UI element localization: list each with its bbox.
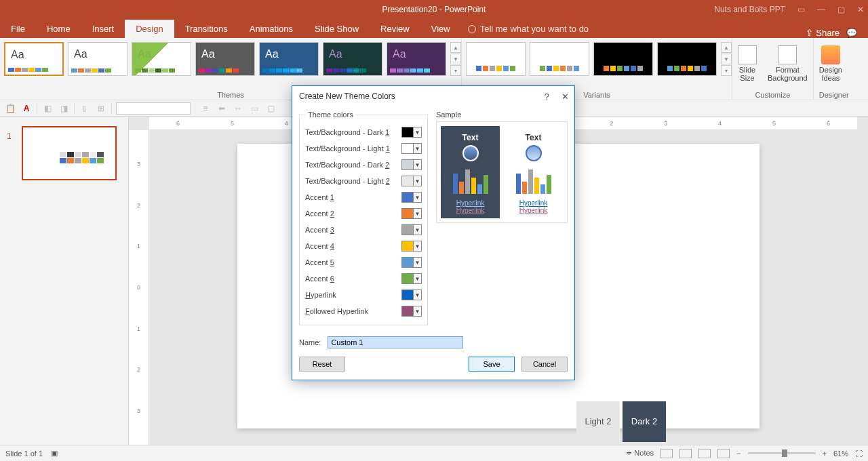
sorter-view-icon[interactable]: [679, 449, 692, 458]
color-picker[interactable]: ▼: [401, 224, 422, 235]
color-picker[interactable]: ▼: [401, 241, 422, 252]
slideshow-view-icon[interactable]: [717, 449, 730, 458]
reading-view-icon[interactable]: [698, 449, 711, 458]
variant-thumb[interactable]: [593, 42, 653, 76]
chevron-down-icon: ▼: [413, 144, 421, 153]
theme-color-row: Accent 6▼: [305, 270, 422, 287]
variants-gallery-scroll[interactable]: ▲▼▾: [721, 38, 732, 89]
slide-thumbnail[interactable]: [22, 126, 117, 180]
theme-color-row: Accent 4▼: [305, 238, 422, 254]
notes-button[interactable]: ≑ Notes: [626, 449, 654, 458]
theme-thumb[interactable]: Aa: [323, 42, 382, 76]
align-icon[interactable]: ⫿: [79, 102, 91, 115]
help-icon[interactable]: ?: [545, 92, 549, 102]
normal-view-icon[interactable]: [660, 449, 673, 458]
shapes-icon[interactable]: ▭: [248, 102, 260, 115]
theme-color-label: Text/Background - Light 1: [305, 144, 390, 153]
color-picker[interactable]: ▼: [401, 176, 422, 186]
theme-thumb[interactable]: Aa: [195, 42, 255, 76]
align-center-icon[interactable]: ↔: [232, 102, 244, 115]
fit-to-window-icon[interactable]: ⛶: [855, 449, 863, 458]
color-picker[interactable]: ▼: [401, 306, 422, 317]
themes-gallery-scroll[interactable]: ▲▼▾: [450, 38, 461, 89]
design-ideas-icon: [821, 45, 840, 64]
color-picker[interactable]: ▼: [401, 289, 422, 300]
ribbon-options-icon[interactable]: ▭: [797, 5, 805, 14]
themes-gallery[interactable]: Aa Aa Aa Aa Aa Aa Aa: [0, 38, 450, 89]
variant-thumb[interactable]: [530, 42, 589, 76]
theme-color-label: Accent 2: [305, 209, 334, 218]
spellcheck-icon[interactable]: ▣: [51, 449, 58, 458]
close-icon[interactable]: ✕: [857, 5, 864, 14]
share-button[interactable]: ⇪Share: [806, 28, 840, 38]
color-picker[interactable]: ▼: [401, 208, 422, 219]
color-picker[interactable]: ▼: [401, 127, 422, 138]
theme-color-row: Text/Background - Light 1▼: [305, 140, 422, 157]
variants-gallery[interactable]: [462, 38, 721, 89]
color-picker[interactable]: ▼: [401, 159, 422, 170]
tab-insert[interactable]: Insert: [81, 20, 125, 38]
zoom-slider[interactable]: [748, 452, 816, 454]
name-input[interactable]: [328, 336, 463, 348]
shape-fill-icon[interactable]: ◧: [41, 102, 54, 115]
theme-thumb[interactable]: Aa: [387, 42, 446, 76]
zoom-level[interactable]: 61%: [833, 449, 848, 458]
minimize-icon[interactable]: —: [817, 5, 825, 14]
close-icon[interactable]: ✕: [561, 92, 569, 102]
tab-home[interactable]: Home: [36, 20, 81, 38]
variant-thumb[interactable]: [466, 42, 526, 76]
shape-outline-icon[interactable]: ◨: [58, 102, 70, 115]
theme-thumb[interactable]: Aa: [4, 42, 64, 76]
tab-design[interactable]: Design: [125, 20, 174, 38]
slide-counter[interactable]: Slide 1 of 1: [5, 449, 43, 458]
comments-icon[interactable]: 💬: [846, 28, 857, 38]
color-picker[interactable]: ▼: [401, 143, 422, 154]
tab-slideshow[interactable]: Slide Show: [304, 20, 370, 38]
slide-thumbnails-panel[interactable]: 1: [0, 117, 129, 445]
font-color-icon[interactable]: A: [20, 102, 33, 115]
variant-thumb[interactable]: [657, 42, 717, 76]
designer-group-label: Designer: [814, 91, 854, 99]
reset-button[interactable]: Reset: [299, 357, 345, 372]
tab-review[interactable]: Review: [370, 20, 420, 38]
tab-animations[interactable]: Animations: [239, 20, 304, 38]
color-picker[interactable]: ▼: [401, 257, 422, 268]
sample-chart-dark: [445, 167, 496, 194]
zoom-in-icon[interactable]: +: [823, 449, 827, 458]
cancel-button[interactable]: Cancel: [521, 357, 568, 372]
sample-shape-icon: [462, 145, 479, 161]
account-name[interactable]: Nuts and Bolts PPT: [714, 5, 785, 14]
tell-me[interactable]: Tell me what you want to do: [461, 20, 595, 38]
sample-followed-dark: Hyperlink: [445, 207, 496, 214]
sample-shape-icon: [526, 145, 542, 161]
color-picker[interactable]: ▼: [401, 273, 422, 284]
slide-size-icon: [738, 45, 757, 64]
color-picker[interactable]: ▼: [401, 192, 422, 203]
tab-file[interactable]: File: [0, 20, 36, 38]
theme-thumb[interactable]: Aa: [68, 42, 127, 76]
paste-icon[interactable]: 📋: [4, 102, 16, 115]
maximize-icon[interactable]: ▢: [837, 5, 845, 14]
design-ideas-button[interactable]: Design Ideas: [814, 38, 848, 89]
slide-thumb-content: [60, 152, 104, 163]
slide-size-label: Slide Size: [739, 66, 755, 82]
tab-transitions[interactable]: Transitions: [174, 20, 239, 38]
shapes-icon-2[interactable]: ▢: [264, 102, 277, 115]
format-background-icon: [778, 45, 797, 64]
ribbon-tabs: File Home Insert Design Transitions Anim…: [0, 19, 868, 38]
font-selector[interactable]: [116, 102, 191, 115]
group-icon[interactable]: ⊞: [95, 102, 107, 115]
theme-color-row: Text/Background - Light 2▼: [305, 173, 422, 189]
format-background-button[interactable]: Format Background: [762, 38, 813, 89]
tab-view[interactable]: View: [420, 20, 461, 38]
design-ideas-label: Design Ideas: [819, 66, 842, 82]
save-button[interactable]: Save: [469, 357, 515, 372]
theme-thumb[interactable]: Aa: [132, 42, 191, 76]
sample-hyperlink-dark: Hyperlink: [445, 199, 496, 207]
theme-thumb[interactable]: Aa: [259, 42, 319, 76]
slide-size-button[interactable]: Slide Size: [732, 38, 762, 89]
align-left-icon[interactable]: ⬅: [216, 102, 228, 115]
bullets-icon[interactable]: ≡: [199, 102, 212, 115]
dialog-title: Create New Theme Colors: [299, 92, 395, 101]
zoom-out-icon[interactable]: −: [736, 449, 741, 458]
